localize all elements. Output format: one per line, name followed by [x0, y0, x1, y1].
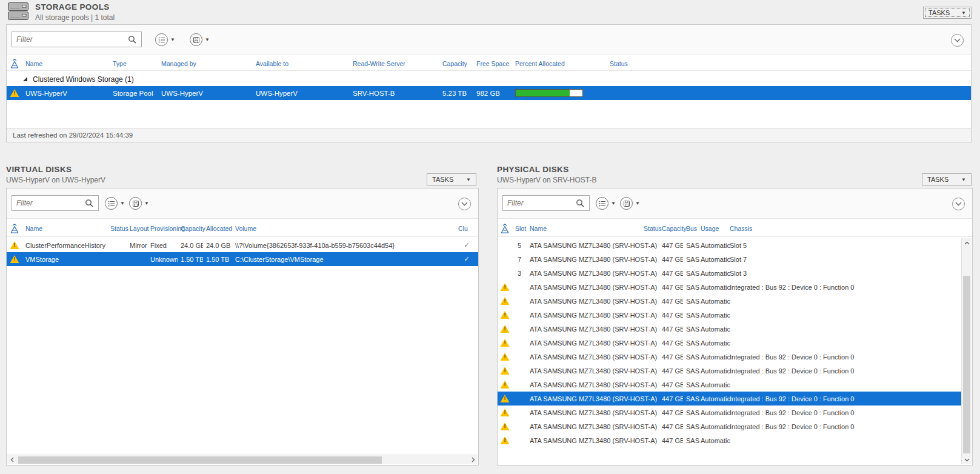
scrollbar-thumb[interactable] [18, 456, 382, 464]
column-header-capacity[interactable]: Capacity [659, 225, 683, 232]
collapse-panel-button[interactable] [458, 198, 471, 210]
cell-chassis: Slot 7 [727, 256, 962, 263]
vertical-scrollbar[interactable] [961, 238, 972, 464]
scroll-right-icon[interactable] [468, 455, 478, 464]
save-query-button[interactable]: ▼ [190, 33, 210, 46]
collapse-panel-button[interactable] [951, 34, 964, 47]
column-header-name[interactable]: Name [22, 225, 107, 232]
column-header-capacity[interactable]: Capacity [178, 225, 203, 232]
column-header-status[interactable]: Status [607, 60, 971, 67]
dropdown-caret-icon: ▼ [611, 201, 616, 206]
column-header-slot[interactable]: Slot [512, 225, 527, 232]
scrollbar-thumb[interactable] [963, 276, 970, 453]
virtual-disk-row[interactable]: ClusterPerformanceHistoryMirrorFixed24.0… [7, 238, 478, 252]
scroll-up-icon[interactable] [962, 238, 972, 248]
list-menu-icon [596, 197, 608, 210]
cell-capacity: 447 GB [659, 353, 683, 361]
physical-disk-row[interactable]: ATA SAMSUNG MZ7L3480 (SRV-HOST-A)447 GBS… [498, 350, 962, 364]
collapse-panel-button[interactable] [952, 198, 965, 210]
save-query-button[interactable]: ▼ [129, 197, 149, 210]
physical-disk-row[interactable]: ATA SAMSUNG MZ7L3480 (SRV-HOST-A)447 GBS… [498, 433, 962, 447]
storage-pools-tasks-button[interactable]: TASKS ▼ [923, 7, 972, 19]
column-header-free-space[interactable]: Free Space [473, 60, 512, 67]
column-header-provisioning[interactable]: Provisioning [147, 225, 178, 232]
sort-column-icon[interactable] [498, 224, 512, 233]
physical-disk-row[interactable]: ATA SAMSUNG MZ7L3480 (SRV-HOST-A)447 GBS… [498, 308, 962, 322]
column-header-allocated[interactable]: Allocated [203, 225, 232, 232]
warning-icon [7, 89, 22, 97]
physical-disk-row[interactable]: 3ATA SAMSUNG MZ7L3480 (SRV-HOST-A)447 GB… [498, 266, 962, 280]
view-options-button[interactable]: ▼ [596, 197, 616, 210]
physical-disk-row[interactable]: ATA SAMSUNG MZ7L3480 (SRV-HOST-A)447 GBS… [498, 280, 962, 294]
column-header-usage[interactable]: Usage [698, 225, 727, 232]
physical-disk-row[interactable]: ATA SAMSUNG MZ7L3480 (SRV-HOST-A)447 GBS… [498, 294, 962, 308]
column-header-status[interactable]: Status [107, 225, 127, 232]
cell-free-space: 982 GB [473, 90, 512, 97]
cell-name: ClusterPerformanceHistory [22, 242, 107, 249]
horizontal-scrollbar[interactable] [7, 455, 478, 464]
column-header-read-write-server[interactable]: Read-Write Server [350, 60, 439, 67]
storage-group-row[interactable]: Clustered Windows Storage (1) [7, 72, 971, 86]
physical-disk-row[interactable]: ATA SAMSUNG MZ7L3480 (SRV-HOST-A)447 GBS… [498, 392, 962, 406]
column-header-status[interactable]: Status [641, 225, 659, 232]
cell-bus: SAS [683, 325, 698, 333]
column-header-clu[interactable]: Clu [455, 225, 478, 232]
warning-icon [498, 436, 512, 444]
dropdown-caret-icon: ▼ [961, 177, 966, 182]
cell-name: ATA SAMSUNG MZ7L3480 (SRV-HOST-A) [527, 381, 641, 389]
storage-pools-icon [7, 1, 30, 24]
view-options-button[interactable]: ▼ [155, 33, 175, 46]
physical-disks-tasks-button[interactable]: TASKS ▼ [922, 173, 972, 185]
column-header-bus[interactable]: Bus [683, 225, 698, 232]
cell-name: ATA SAMSUNG MZ7L3480 (SRV-HOST-A) [527, 284, 641, 291]
cell-chassis: Integrated : Bus 92 : Device 0 : Functio… [727, 367, 962, 375]
virtual-disks-tasks-button[interactable]: TASKS ▼ [427, 173, 476, 185]
column-header-capacity[interactable]: Capacity [439, 60, 473, 67]
group-expanded-icon[interactable] [23, 77, 27, 81]
physical-disk-row[interactable]: ATA SAMSUNG MZ7L3480 (SRV-HOST-A)447 GBS… [498, 406, 962, 419]
physical-disk-row[interactable]: ATA SAMSUNG MZ7L3480 (SRV-HOST-A)447 GBS… [498, 336, 962, 350]
storage-pools-filter-input[interactable] [12, 32, 142, 47]
cell-bus: SAS [683, 312, 698, 319]
column-header-managed-by[interactable]: Managed by [158, 60, 253, 67]
dropdown-caret-icon: ▼ [635, 201, 640, 206]
virtual-disk-row[interactable]: VMStorageUnknown1.50 TB1.50 TBC:\Cluster… [7, 252, 478, 266]
physical-disk-row[interactable]: 7ATA SAMSUNG MZ7L3480 (SRV-HOST-A)447 GB… [498, 252, 962, 266]
scroll-down-icon[interactable] [962, 455, 972, 464]
column-header-name[interactable]: Name [22, 60, 110, 67]
cell-usage: Automatic [698, 409, 727, 416]
physical-disk-row[interactable]: ATA SAMSUNG MZ7L3480 (SRV-HOST-A)447 GBS… [498, 322, 962, 336]
cell-capacity: 24.0 GB [178, 242, 203, 249]
physical-disk-row[interactable]: ATA SAMSUNG MZ7L3480 (SRV-HOST-A)447 GBS… [498, 378, 962, 392]
warning-icon [498, 422, 512, 430]
sort-column-icon[interactable] [7, 224, 22, 233]
column-header-layout[interactable]: Layout [127, 225, 147, 232]
warning-icon [498, 339, 512, 347]
column-header-available-to[interactable]: Available to [253, 60, 350, 67]
column-header-percent-allocated[interactable]: Percent Allocated [512, 60, 607, 67]
column-header-type[interactable]: Type [110, 60, 158, 67]
physical-disk-row[interactable]: 5ATA SAMSUNG MZ7L3480 (SRV-HOST-A)447 GB… [498, 238, 962, 252]
search-icon [85, 199, 94, 210]
cell-bus: SAS [683, 381, 698, 389]
cell-bus: SAS [683, 437, 698, 444]
column-header-name[interactable]: Name [527, 225, 641, 232]
scroll-left-icon[interactable] [7, 455, 17, 464]
cell-chassis: Slot 5 [727, 242, 962, 249]
warning-icon [498, 381, 512, 389]
column-header-chassis[interactable]: Chassis [727, 225, 972, 232]
cell-bus: SAS [683, 423, 698, 430]
view-options-button[interactable]: ▼ [105, 197, 125, 210]
sort-column-icon[interactable] [7, 59, 22, 68]
save-query-button[interactable]: ▼ [620, 197, 640, 210]
cell-clustered-check: ✓ [455, 255, 478, 263]
storage-pool-row[interactable]: UWS-HyperVStorage PoolUWS-HyperVUWS-Hype… [7, 86, 971, 100]
list-menu-icon [155, 33, 168, 46]
physical-disk-row[interactable]: ATA SAMSUNG MZ7L3480 (SRV-HOST-A)447 GBS… [498, 364, 962, 378]
cell-volume: C:\ClusterStorage\VMStorage [232, 256, 455, 263]
column-header-volume[interactable]: Volume [232, 225, 455, 232]
cell-usage: Automatic [698, 284, 727, 291]
cell-name: ATA SAMSUNG MZ7L3480 (SRV-HOST-A) [527, 312, 641, 319]
cell-available-to: UWS-HyperV [253, 90, 350, 97]
physical-disk-row[interactable]: ATA SAMSUNG MZ7L3480 (SRV-HOST-A)447 GBS… [498, 419, 962, 433]
